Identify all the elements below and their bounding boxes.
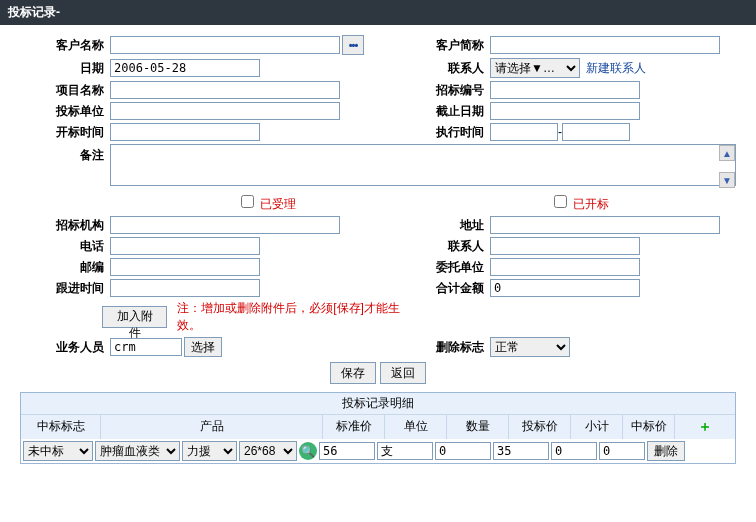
- row-win-flag-select[interactable]: 未中标: [23, 441, 93, 461]
- row-product1-select[interactable]: 肿瘤血液类: [95, 441, 180, 461]
- label-total-amount: 合计金额: [400, 280, 490, 297]
- label-staff: 业务人员: [20, 339, 110, 356]
- label-entrust-unit: 委托单位: [400, 259, 490, 276]
- search-product-icon[interactable]: 🔍: [299, 442, 317, 460]
- open-time-input[interactable]: [110, 123, 260, 141]
- col-win-flag: 中标标志: [21, 415, 101, 439]
- opened-checkbox[interactable]: [554, 195, 567, 208]
- col-action: ＋: [675, 415, 735, 439]
- detail-grid: 投标记录明细 中标标志 产品 标准价 单位 数量 投标价 小计 中标价 ＋ 未中…: [20, 392, 736, 464]
- entrust-unit-input[interactable]: [490, 258, 640, 276]
- label-date: 日期: [20, 60, 110, 77]
- add-row-icon[interactable]: ＋: [698, 418, 712, 434]
- attach-note: 注：增加或删除附件后，必须[保存]才能生效。: [177, 300, 400, 334]
- row-std-price-input[interactable]: [319, 442, 375, 460]
- accepted-checkbox[interactable]: [241, 195, 254, 208]
- row-win-price-input[interactable]: [599, 442, 645, 460]
- contact2-input[interactable]: [490, 237, 640, 255]
- row-product3-select[interactable]: 26*68: [239, 441, 297, 461]
- grid-header: 中标标志 产品 标准价 单位 数量 投标价 小计 中标价 ＋: [21, 415, 735, 439]
- row-delete-button[interactable]: 删除: [647, 441, 685, 461]
- date-input[interactable]: [110, 59, 260, 77]
- label-contact2: 联系人: [400, 238, 490, 255]
- page-header: 投标记录-: [0, 0, 756, 25]
- scroll-down-icon[interactable]: ▼: [719, 172, 735, 188]
- col-std-price: 标准价: [323, 415, 385, 439]
- col-product: 产品: [101, 415, 323, 439]
- label-opened: 已开标: [573, 197, 609, 211]
- col-bid-price: 投标价: [509, 415, 571, 439]
- phone-input[interactable]: [110, 237, 260, 255]
- label-remark: 备注: [20, 144, 110, 164]
- col-unit: 单位: [385, 415, 447, 439]
- customer-short-input[interactable]: [490, 36, 720, 54]
- form: 客户名称 ••• 客户简称 日期 联系人 请选择▼… 新建联系人 项目名称 招标…: [0, 25, 756, 384]
- bid-number-input[interactable]: [490, 81, 640, 99]
- project-name-input[interactable]: [110, 81, 340, 99]
- label-postcode: 邮编: [20, 259, 110, 276]
- label-address: 地址: [400, 217, 490, 234]
- page-title: 投标记录-: [8, 5, 60, 19]
- grid-title: 投标记录明细: [21, 393, 735, 415]
- label-open-time: 开标时间: [20, 124, 110, 141]
- grid-row: 未中标 肿瘤血液类 力援 26*68 🔍 删除: [21, 439, 735, 463]
- label-delete-flag: 删除标志: [400, 339, 490, 356]
- label-contact: 联系人: [400, 60, 490, 77]
- select-staff-button[interactable]: 选择: [184, 337, 222, 357]
- col-qty: 数量: [447, 415, 509, 439]
- col-win-price: 中标价: [623, 415, 675, 439]
- row-qty-input[interactable]: [435, 442, 491, 460]
- row-bid-price-input[interactable]: [493, 442, 549, 460]
- label-customer-name: 客户名称: [20, 37, 110, 54]
- label-deadline: 截止日期: [400, 103, 490, 120]
- bid-unit-input[interactable]: [110, 102, 340, 120]
- customer-name-input[interactable]: [110, 36, 340, 54]
- row-subtotal-input[interactable]: [551, 442, 597, 460]
- label-customer-short: 客户简称: [400, 37, 490, 54]
- label-bid-org: 招标机构: [20, 217, 110, 234]
- scroll-up-icon[interactable]: ▲: [719, 145, 735, 161]
- deadline-input[interactable]: [490, 102, 640, 120]
- label-bid-number: 招标编号: [400, 82, 490, 99]
- add-attachment-button[interactable]: 加入附件: [102, 306, 167, 328]
- save-button[interactable]: 保存: [330, 362, 376, 384]
- row-product2-select[interactable]: 力援: [182, 441, 237, 461]
- remark-textarea[interactable]: [110, 144, 736, 186]
- exec-time-from-input[interactable]: [490, 123, 558, 141]
- bid-org-input[interactable]: [110, 216, 340, 234]
- follow-time-input[interactable]: [110, 279, 260, 297]
- label-follow-time: 跟进时间: [20, 280, 110, 297]
- total-amount-input[interactable]: [490, 279, 640, 297]
- staff-input[interactable]: [110, 338, 182, 356]
- address-input[interactable]: [490, 216, 720, 234]
- label-project: 项目名称: [20, 82, 110, 99]
- back-button[interactable]: 返回: [380, 362, 426, 384]
- contact-select[interactable]: 请选择▼…: [490, 58, 580, 78]
- col-subtotal: 小计: [571, 415, 623, 439]
- delete-flag-select[interactable]: 正常: [490, 337, 570, 357]
- new-contact-link[interactable]: 新建联系人: [586, 60, 646, 77]
- label-phone: 电话: [20, 238, 110, 255]
- label-exec-time: 执行时间: [400, 124, 490, 141]
- row-unit-input[interactable]: [377, 442, 433, 460]
- label-accepted: 已受理: [260, 197, 296, 211]
- lookup-customer-button[interactable]: •••: [342, 35, 364, 55]
- exec-time-to-input[interactable]: [562, 123, 630, 141]
- label-bid-unit: 投标单位: [20, 103, 110, 120]
- postcode-input[interactable]: [110, 258, 260, 276]
